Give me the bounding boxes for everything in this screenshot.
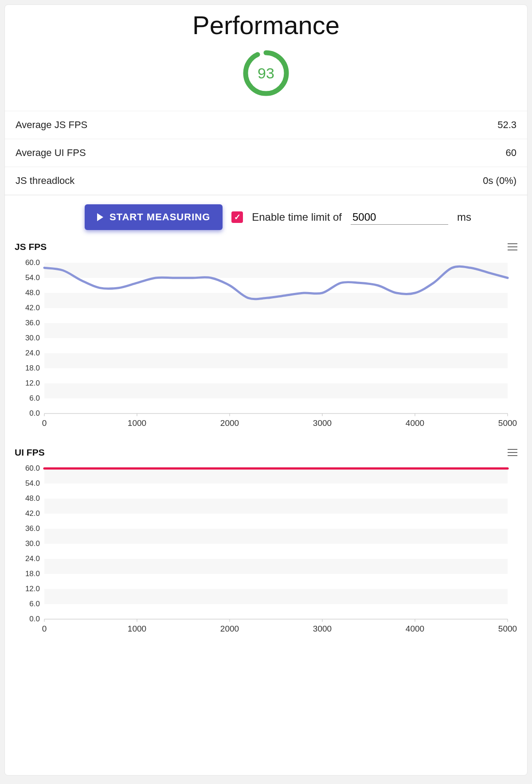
svg-rect-31 [44, 559, 508, 574]
svg-text:0.0: 0.0 [29, 409, 40, 417]
enable-time-limit-checkbox[interactable]: ✓ [231, 211, 243, 223]
svg-text:2000: 2000 [220, 624, 239, 633]
hamburger-menu-icon[interactable] [508, 243, 517, 250]
svg-rect-32 [44, 529, 508, 544]
svg-text:6.0: 6.0 [29, 600, 40, 608]
play-icon [97, 213, 103, 221]
svg-text:60.0: 60.0 [25, 258, 40, 267]
svg-text:24.0: 24.0 [25, 349, 40, 357]
time-limit-unit: ms [457, 211, 471, 223]
score-ring-container: 93 [5, 44, 527, 111]
svg-rect-33 [44, 499, 508, 514]
svg-rect-34 [44, 468, 508, 484]
metric-value: 60 [506, 147, 516, 159]
chart-header: UI FPS [15, 445, 517, 464]
start-button-label: START MEASURING [110, 211, 210, 223]
svg-text:1000: 1000 [128, 418, 146, 428]
controls-row: START MEASURING ✓ Enable time limit of m… [5, 195, 527, 234]
performance-card: Performance 93 Average JS FPS 52.3 Avera… [4, 4, 528, 776]
svg-text:24.0: 24.0 [25, 554, 40, 563]
svg-text:1000: 1000 [128, 624, 146, 633]
svg-text:12.0: 12.0 [25, 585, 40, 593]
svg-text:12.0: 12.0 [25, 379, 40, 387]
svg-rect-2 [44, 353, 508, 368]
svg-rect-1 [44, 383, 508, 398]
svg-text:5000: 5000 [498, 418, 517, 428]
js-fps-chart: 0.06.012.018.024.030.036.042.048.054.060… [15, 258, 517, 431]
svg-text:42.0: 42.0 [25, 304, 40, 312]
svg-text:0: 0 [42, 418, 47, 428]
ui-fps-chart-svg: 0.06.012.018.024.030.036.042.048.054.060… [15, 464, 517, 637]
metric-label: JS threadlock [16, 175, 74, 187]
svg-text:0: 0 [42, 624, 47, 633]
metric-row-threadlock: JS threadlock 0s (0%) [5, 167, 527, 195]
svg-text:30.0: 30.0 [25, 334, 40, 342]
ui-fps-chart-section: UI FPS 0.06.012.018.024.030.036.042.048.… [5, 440, 527, 646]
checkmark-icon: ✓ [234, 212, 241, 222]
svg-text:60.0: 60.0 [25, 464, 40, 472]
svg-text:18.0: 18.0 [25, 364, 40, 372]
chart-title: UI FPS [15, 447, 45, 458]
svg-rect-3 [44, 323, 508, 338]
svg-rect-5 [44, 263, 508, 278]
page-title: Performance [5, 5, 527, 44]
svg-text:48.0: 48.0 [25, 289, 40, 297]
svg-text:54.0: 54.0 [25, 273, 40, 282]
score-value: 93 [242, 49, 290, 98]
svg-text:5000: 5000 [498, 624, 517, 633]
svg-text:18.0: 18.0 [25, 569, 40, 578]
enable-time-limit-label: Enable time limit of [252, 211, 342, 223]
js-fps-chart-svg: 0.06.012.018.024.030.036.042.048.054.060… [15, 258, 517, 431]
svg-text:2000: 2000 [220, 418, 239, 428]
time-limit-input[interactable] [351, 210, 448, 225]
chart-header: JS FPS [15, 239, 517, 258]
svg-text:42.0: 42.0 [25, 509, 40, 518]
svg-text:4000: 4000 [406, 624, 424, 633]
hamburger-menu-icon[interactable] [508, 449, 517, 456]
svg-text:30.0: 30.0 [25, 539, 40, 548]
svg-text:6.0: 6.0 [29, 394, 40, 402]
svg-text:3000: 3000 [313, 624, 332, 633]
ui-fps-chart: 0.06.012.018.024.030.036.042.048.054.060… [15, 464, 517, 637]
score-ring: 93 [242, 49, 290, 98]
svg-text:48.0: 48.0 [25, 494, 40, 503]
start-measuring-button[interactable]: START MEASURING [85, 204, 223, 230]
metric-row-js-fps: Average JS FPS 52.3 [5, 111, 527, 139]
metric-value: 0s (0%) [483, 175, 516, 187]
svg-rect-4 [44, 293, 508, 308]
svg-rect-30 [44, 589, 508, 604]
metric-value: 52.3 [497, 119, 516, 131]
metric-row-ui-fps: Average UI FPS 60 [5, 139, 527, 167]
svg-text:0.0: 0.0 [29, 615, 40, 623]
svg-text:36.0: 36.0 [25, 319, 40, 327]
js-fps-chart-section: JS FPS 0.06.012.018.024.030.036.042.048.… [5, 234, 527, 440]
svg-text:54.0: 54.0 [25, 479, 40, 488]
metric-label: Average UI FPS [16, 147, 86, 159]
svg-text:36.0: 36.0 [25, 524, 40, 533]
svg-text:3000: 3000 [313, 418, 332, 428]
chart-title: JS FPS [15, 242, 47, 252]
metric-label: Average JS FPS [16, 119, 87, 131]
svg-text:4000: 4000 [406, 418, 424, 428]
